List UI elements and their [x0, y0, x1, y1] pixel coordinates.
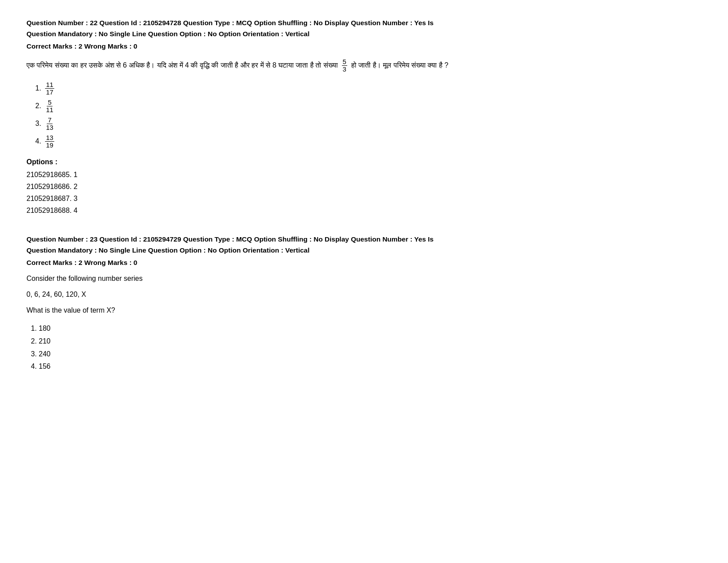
fraction-22-2-den: 11: [45, 106, 54, 114]
option-id-22-4: 21052918688. 4: [26, 204, 702, 216]
question-23-meta-line2: Question Mandatory : No Single Line Ques…: [26, 246, 310, 254]
fraction-22-2-num: 5: [47, 99, 52, 107]
fraction-22-3-num: 7: [47, 117, 52, 125]
option-22-4: 4. 13 19: [35, 134, 702, 149]
option-id-22-3: 21052918687. 3: [26, 193, 702, 204]
fraction-22-2: 5 11: [45, 99, 54, 114]
question-22-hindi-part2: हो जाती है। मूल परिमेय संख्या क्या है ?: [351, 61, 448, 69]
fraction-22-3-den: 13: [45, 124, 54, 132]
question-23-options: 1. 180 2. 210 3. 240 4. 156: [31, 322, 702, 373]
option-22-1: 1. 11 17: [35, 81, 702, 96]
option-22-3: 3. 7 13: [35, 117, 702, 132]
question-22-marks: Correct Marks : 2 Wrong Marks : 0: [26, 42, 702, 50]
option-id-22-1: 21052918685. 1: [26, 169, 702, 181]
option-23-4: 4. 156: [31, 360, 702, 373]
inline-fraction-den: 3: [342, 66, 347, 73]
option-22-4-label: 4.: [35, 137, 41, 145]
option-id-22-2: 21052918686. 2: [26, 181, 702, 193]
option-22-3-label: 3.: [35, 120, 41, 127]
fraction-22-1: 11 17: [45, 81, 54, 96]
fraction-22-1-num: 11: [45, 81, 54, 89]
fraction-22-4-den: 19: [45, 142, 54, 149]
fraction-22-1-den: 17: [45, 89, 54, 96]
question-23-meta-line1: Question Number : 23 Question Id : 21052…: [26, 235, 434, 243]
option-23-1: 1. 180: [31, 322, 702, 335]
question-23-meta: Question Number : 23 Question Id : 21052…: [26, 234, 702, 256]
inline-fraction-num: 5: [342, 58, 347, 66]
option-22-2-label: 2.: [35, 102, 41, 110]
question-22: Question Number : 22 Question Id : 21052…: [26, 18, 702, 216]
fraction-22-3: 7 13: [45, 117, 54, 132]
question-23: Question Number : 23 Question Id : 21052…: [26, 234, 702, 373]
question-22-meta: Question Number : 22 Question Id : 21052…: [26, 18, 702, 40]
question-22-text: एक परिमेय संख्या का हर उसके अंश से 6 अधि…: [26, 58, 702, 73]
fraction-22-4-num: 13: [45, 134, 54, 142]
question-22-options: 1. 11 17 2. 5 11 3. 7 13 4. 13 19: [35, 81, 702, 149]
question-22-hindi-part1: एक परिमेय संख्या का हर उसके अंश से 6 अधि…: [26, 61, 338, 69]
option-23-2: 2. 210: [31, 335, 702, 348]
question-23-intro: Consider the following number series: [26, 275, 702, 283]
option-22-1-label: 1.: [35, 84, 41, 92]
question-23-q: What is the value of term X?: [26, 306, 702, 314]
fraction-22-4: 13 19: [45, 134, 54, 149]
question-22-meta-line2: Question Mandatory : No Single Line Ques…: [26, 30, 310, 38]
option-23-3: 3. 240: [31, 348, 702, 361]
question-22-options-header: Options :: [26, 158, 702, 166]
question-23-marks: Correct Marks : 2 Wrong Marks : 0: [26, 259, 702, 267]
option-22-2: 2. 5 11: [35, 99, 702, 114]
question-23-series: 0, 6, 24, 60, 120, X: [26, 291, 702, 299]
question-22-option-ids: 21052918685. 1 21052918686. 2 2105291868…: [26, 169, 702, 217]
question-22-meta-line1: Question Number : 22 Question Id : 21052…: [26, 19, 434, 26]
inline-fraction: 5 3: [342, 58, 347, 73]
